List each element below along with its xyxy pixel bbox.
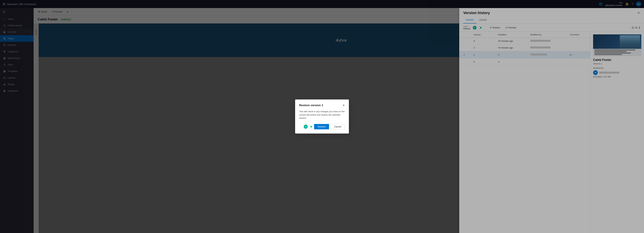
modal-close-button[interactable]: ✕ xyxy=(342,103,345,107)
step-2-badge: 2 xyxy=(304,125,308,129)
modal-header: Restore version 1 ✕ xyxy=(299,103,345,107)
modal-overlay: Restore version 1 ✕ This will check in a… xyxy=(0,0,644,233)
modal-footer: 2 ➤ Restore Cancel xyxy=(299,124,345,130)
restore-modal: Restore version 1 ✕ This will check in a… xyxy=(295,99,349,134)
modal-restore-button[interactable]: Restore xyxy=(314,124,329,129)
step-2-arrow-icon: ➤ xyxy=(310,124,313,129)
modal-title: Restore version 1 xyxy=(299,104,323,107)
modal-cancel-button[interactable]: Cancel xyxy=(330,124,345,130)
modal-body: This will check in any changes you have … xyxy=(299,110,345,120)
